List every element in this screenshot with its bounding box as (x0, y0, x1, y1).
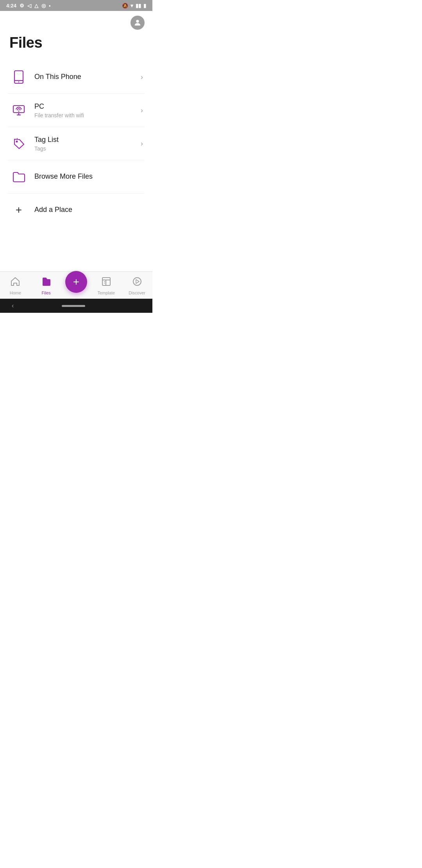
nav-item-files[interactable]: Files (34, 276, 58, 295)
template-label: Template (97, 291, 115, 295)
pc-title: PC (34, 102, 138, 111)
mute-icon: 🔕 (122, 3, 128, 9)
phone-icon (9, 68, 28, 86)
chevron-right-icon: › (141, 106, 143, 115)
svg-point-7 (18, 111, 20, 112)
svg-point-0 (136, 20, 139, 23)
battery-icon: ▮ (143, 3, 146, 9)
nav-item-home[interactable]: Home (4, 276, 27, 295)
settings-icon: ⚙ (20, 3, 24, 9)
plus-icon: + (9, 201, 28, 219)
browse-more-files-title: Browse More Files (34, 172, 143, 181)
tag-list-subtitle: Tags (34, 145, 138, 152)
menu-item-on-this-phone[interactable]: On This Phone › (8, 61, 145, 94)
on-this-phone-title: On This Phone (34, 72, 138, 81)
page-title: Files (0, 31, 152, 61)
files-icon (41, 276, 51, 289)
menu-item-pc[interactable]: PC File transfer with wifi › (8, 94, 145, 127)
status-left: 4:24 ⚙ ◁ △ ◎ • (6, 3, 51, 9)
wifi-monitor-icon (9, 101, 28, 120)
add-a-place-title: Add a Place (34, 205, 143, 214)
avatar[interactable] (131, 16, 145, 30)
fab-add-button[interactable]: + (65, 271, 87, 293)
header (0, 11, 152, 31)
wifi-icon: ▾ (131, 3, 133, 9)
fab-plus-icon: + (73, 276, 79, 288)
svg-rect-1 (14, 71, 23, 83)
menu-item-tag-list[interactable]: Tag List Tags › (8, 127, 145, 160)
signal-icon: ▮▮ (136, 3, 141, 9)
chevron-right-icon: › (141, 73, 143, 81)
time-display: 4:24 (6, 3, 16, 9)
svg-marker-15 (136, 280, 139, 283)
gesture-bar: ‹ (0, 299, 152, 313)
browse-more-files-text: Browse More Files (34, 172, 143, 181)
add-a-place-text: Add a Place (34, 205, 143, 214)
pc-subtitle: File transfer with wifi (34, 112, 138, 118)
bottom-nav: Home Files + Template (0, 271, 152, 299)
tag-list-title: Tag List (34, 135, 138, 144)
dot-icon: • (49, 3, 51, 9)
pc-text: PC File transfer with wifi (34, 102, 138, 118)
svg-point-3 (18, 81, 19, 82)
chevron-right-icon: › (141, 140, 143, 148)
folder-icon (9, 167, 28, 186)
discover-icon (132, 276, 142, 289)
send-outline-icon: △ (34, 3, 38, 9)
nav-item-template[interactable]: Template (95, 276, 118, 295)
menu-item-add-a-place[interactable]: + Add a Place (8, 194, 145, 226)
discover-label: Discover (129, 291, 145, 295)
svg-point-14 (133, 278, 141, 285)
home-label: Home (10, 291, 21, 295)
status-right: 🔕 ▾ ▮▮ ▮ (122, 3, 146, 9)
menu-list: On This Phone › PC File transfer with wi… (0, 61, 152, 226)
home-icon (10, 276, 20, 289)
whatsapp-icon: ◎ (41, 3, 46, 9)
on-this-phone-text: On This Phone (34, 72, 138, 81)
svg-point-8 (16, 141, 18, 143)
home-gesture-pill[interactable] (62, 305, 85, 307)
status-bar: 4:24 ⚙ ◁ △ ◎ • 🔕 ▾ ▮▮ ▮ (0, 0, 152, 11)
menu-item-browse-more-files[interactable]: Browse More Files (8, 160, 145, 194)
template-icon (101, 276, 111, 289)
tag-icon (9, 134, 28, 153)
tag-list-text: Tag List Tags (34, 135, 138, 151)
files-label: Files (42, 291, 51, 295)
nav-item-discover[interactable]: Discover (125, 276, 149, 295)
send-icon: ◁ (27, 3, 31, 9)
back-button[interactable]: ‹ (12, 302, 14, 309)
